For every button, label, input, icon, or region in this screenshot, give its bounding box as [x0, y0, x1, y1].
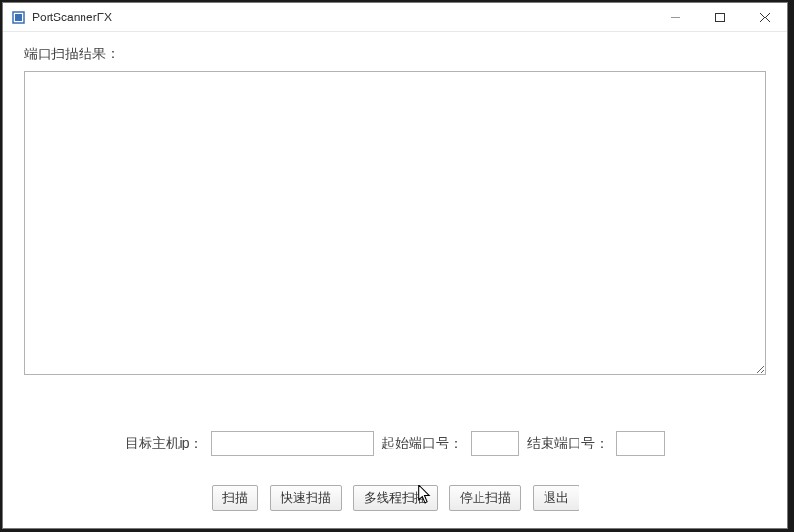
button-row: 扫描 快速扫描 多线程扫描 停止扫描 退出	[24, 485, 766, 511]
minimize-button[interactable]	[653, 3, 698, 32]
content-area: 端口扫描结果： 目标主机ip： 起始端口号： 结束端口号： 扫描 快速扫描 多线…	[3, 32, 787, 528]
target-ip-input[interactable]	[211, 431, 374, 456]
result-label: 端口扫描结果：	[24, 46, 766, 63]
maximize-button[interactable]	[698, 3, 743, 32]
stop-scan-button[interactable]: 停止扫描	[449, 485, 521, 511]
app-icon	[11, 10, 26, 25]
result-textarea[interactable]	[24, 71, 766, 375]
svg-rect-3	[716, 14, 725, 22]
exit-button[interactable]: 退出	[533, 485, 579, 511]
input-row: 目标主机ip： 起始端口号： 结束端口号：	[24, 431, 766, 456]
end-port-input[interactable]	[616, 431, 665, 456]
end-port-label: 结束端口号：	[527, 435, 609, 452]
svg-rect-1	[15, 14, 22, 21]
app-window: PortScannerFX 端口扫描结果： 目标主机ip： 起始端口号：	[2, 2, 788, 529]
target-ip-label: 目标主机ip：	[125, 435, 204, 452]
fast-scan-button[interactable]: 快速扫描	[270, 485, 342, 511]
window-controls	[653, 3, 787, 31]
start-port-input[interactable]	[471, 431, 519, 456]
start-port-label: 起始端口号：	[381, 435, 463, 452]
scan-button[interactable]: 扫描	[212, 485, 258, 511]
titlebar[interactable]: PortScannerFX	[3, 3, 787, 32]
close-button[interactable]	[743, 3, 787, 32]
window-title: PortScannerFX	[32, 11, 653, 24]
spacer	[24, 375, 766, 431]
multi-thread-scan-button[interactable]: 多线程扫描	[353, 485, 438, 511]
